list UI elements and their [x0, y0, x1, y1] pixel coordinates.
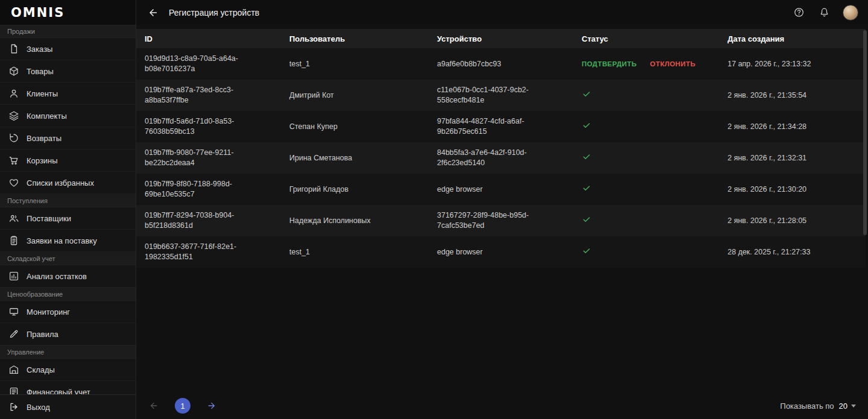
notifications-button[interactable] — [817, 6, 831, 19]
page-size-label: Показывать по — [780, 402, 834, 411]
cell-status — [573, 178, 719, 201]
cell-id: 019d9d13-c8a9-70a5-a64a-b08e7016237a — [136, 49, 275, 79]
person-icon — [8, 88, 19, 99]
help-button[interactable] — [792, 6, 805, 19]
page-size-dropdown[interactable]: 20 — [839, 402, 856, 411]
cell-id: 019b7ff9-8f80-7188-998d-69be10e535c7 — [136, 174, 275, 204]
confirmed-check-icon — [582, 89, 591, 99]
cell-created: 2 янв. 2026 г., 21:28:05 — [719, 211, 866, 231]
table-row: 019b7ff7-8294-7038-b904-b5f218d8361d Над… — [136, 205, 866, 236]
cell-device: a9af6e0b8b7cbc93 — [429, 54, 573, 74]
table-body: 019d9d13-c8a9-70a5-a64a-b08e7016237a tes… — [136, 48, 868, 268]
sidebar-item[interactable]: Поставщики — [0, 207, 136, 230]
cell-id: 019b7ffe-a87a-73ed-8cc3-a8ba53f7ffbe — [136, 80, 275, 110]
sidebar-item[interactable]: Правила — [0, 323, 136, 345]
sidebar-item[interactable]: Финансовый учет — [0, 381, 136, 394]
cell-device: c11e067b-0cc1-4037-9cb2-558cecfb481e — [429, 80, 573, 110]
sidebar-item[interactable]: Клиенты — [0, 83, 136, 105]
cell-created: 17 апр. 2026 г., 23:13:32 — [719, 54, 866, 74]
sidebar-item-label: Возвраты — [27, 134, 61, 143]
table-row: 019d9d13-c8a9-70a5-a64a-b08e7016237a tes… — [136, 48, 866, 80]
sidebar-item[interactable]: Корзины — [0, 150, 136, 172]
sidebar-item-label: Финансовый учет — [27, 388, 90, 395]
sidebar-item[interactable]: Склады — [0, 359, 136, 381]
sidebar-item-logout[interactable]: Выход — [0, 394, 136, 419]
cell-status — [573, 84, 719, 107]
pagination-bar: 1 Показывать по 20 — [136, 392, 868, 419]
confirm-button[interactable]: ПОДТВЕРДИТЬ — [582, 60, 637, 68]
sidebar-item[interactable]: Комплекты — [0, 105, 136, 127]
cell-device: 37167297-28f9-48be-b95d-7cafc53be7ed — [429, 206, 573, 236]
box-icon — [8, 66, 19, 77]
table-header-row: IDПользовательУстройствоСтатусДата созда… — [136, 29, 866, 48]
cell-user: Дмитрий Кот — [281, 86, 429, 106]
cell-user: Надежда Исполиновых — [281, 211, 429, 231]
cell-user: test_1 — [281, 242, 429, 262]
topbar-icons — [792, 5, 858, 20]
current-page-button[interactable]: 1 — [175, 398, 190, 414]
column-header: Статус — [573, 30, 719, 48]
page-size-control: Показывать по 20 — [780, 402, 856, 411]
column-header: ID — [136, 30, 281, 48]
cell-status: ПОДТВЕРДИТЬОТКЛОНИТЬ — [573, 55, 719, 72]
sidebar-section-label: Складской учет — [0, 252, 136, 265]
cart-icon — [8, 155, 19, 166]
sidebar-item[interactable]: Анализ остатков — [0, 265, 136, 288]
confirmed-check-icon — [582, 183, 591, 193]
confirmed-check-icon — [582, 121, 591, 130]
back-button[interactable] — [146, 5, 160, 20]
bar-chart-icon — [8, 271, 19, 282]
cell-device: edge browser — [429, 242, 573, 262]
sidebar-item[interactable]: Товары — [0, 60, 136, 83]
bell-icon — [819, 7, 830, 18]
sidebar-item-label: Товары — [27, 67, 54, 76]
sidebar-item-label: Комплекты — [27, 112, 67, 121]
main-area: Регистрация устройств IDПользовательУстр… — [136, 0, 868, 419]
confirmed-check-icon — [582, 246, 591, 256]
cell-created: 2 янв. 2026 г., 21:35:54 — [719, 86, 866, 106]
sidebar-nav: ПродажиЗаказыТоварыКлиентыКомплектыВозвр… — [0, 25, 136, 394]
document-icon — [8, 43, 19, 54]
sidebar-item-label: Корзины — [27, 156, 58, 165]
table-row: 019b7ffe-a87a-73ed-8cc3-a8ba53f7ffbe Дми… — [136, 80, 866, 111]
reject-button[interactable]: ОТКЛОНИТЬ — [650, 60, 695, 68]
page-size-value: 20 — [839, 402, 848, 411]
cell-status — [573, 147, 719, 169]
sidebar-item[interactable]: Списки избранных — [0, 172, 136, 194]
table-section: IDПользовательУстройствоСтатусДата созда… — [136, 25, 868, 392]
sidebar-item-label: Заказы — [27, 45, 52, 54]
next-page-button[interactable] — [204, 398, 219, 414]
sidebar-item[interactable]: Мониторинг — [0, 301, 136, 323]
ledger-icon — [8, 386, 19, 394]
confirmed-check-icon — [582, 152, 591, 162]
cell-status — [573, 241, 719, 263]
people-icon — [8, 213, 19, 224]
cell-id: 019b7ff7-8294-7038-b904-b5f218d8361d — [136, 206, 275, 236]
avatar[interactable] — [843, 5, 858, 20]
sidebar-item[interactable]: Возвраты — [0, 127, 136, 150]
sidebar-item[interactable]: Заявки на поставку — [0, 230, 136, 252]
table-row: 019b6637-3677-716f-82e1-1982335d1f51 tes… — [136, 236, 866, 268]
cell-created: 2 янв. 2026 г., 21:30:20 — [719, 180, 866, 200]
cell-id: 019b7ffd-5a6d-71d0-8a53-76038b59bc13 — [136, 112, 275, 142]
sidebar-section-label: Поступления — [0, 194, 136, 207]
confirmed-check-icon — [582, 215, 591, 224]
layers-icon — [8, 110, 19, 121]
heart-icon — [8, 177, 19, 188]
sidebar: OMNIS ПродажиЗаказыТоварыКлиентыКомплект… — [0, 0, 136, 419]
table-scrollbar[interactable] — [863, 30, 867, 235]
arrow-left-icon — [149, 401, 159, 411]
sidebar-item-label: Клиенты — [27, 89, 58, 98]
sidebar-item-label: Списки избранных — [27, 178, 94, 187]
prev-page-button[interactable] — [146, 398, 162, 414]
cell-device: 97bfa844-4827-4cfd-a6af-9b26b75ec615 — [429, 112, 573, 142]
chevron-down-icon — [851, 405, 856, 408]
cell-device: edge browser — [429, 180, 573, 200]
cell-created: 2 янв. 2026 г., 21:32:31 — [719, 148, 866, 168]
cell-id: 019b6637-3677-716f-82e1-1982335d1f51 — [136, 237, 275, 267]
pencil-icon — [8, 329, 19, 339]
sidebar-item[interactable]: Заказы — [0, 38, 136, 60]
cell-user: Григорий Кладов — [281, 180, 429, 200]
arrow-right-icon — [207, 401, 216, 411]
column-header: Пользователь — [281, 30, 429, 48]
